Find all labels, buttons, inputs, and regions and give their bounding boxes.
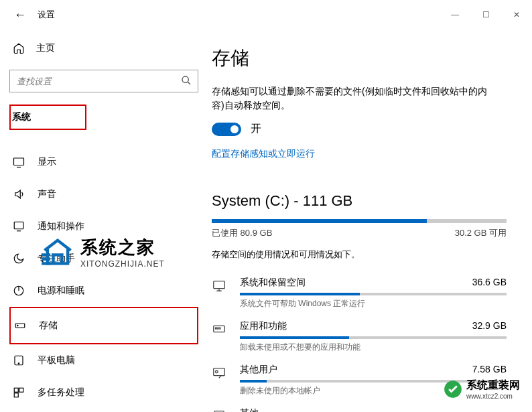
drive-title: System (C:) - 111 GB xyxy=(212,192,512,210)
sidebar-item-sound[interactable]: 声音 xyxy=(0,178,208,210)
configure-storage-sense-link[interactable]: 配置存储感知或立即运行 xyxy=(212,148,512,160)
svg-rect-14 xyxy=(216,328,218,329)
main-content: 存储 存储感知可以通过删除不需要的文件(例如临时文件和回收站中的内容)自动释放空… xyxy=(208,29,532,412)
sidebar-item-display[interactable]: 显示 xyxy=(0,146,208,178)
storage-category-row[interactable]: 其他用户7.58 GB删除未使用的本地帐户 xyxy=(212,358,507,402)
window-title: 设置 xyxy=(38,9,55,21)
svg-point-0 xyxy=(182,76,188,82)
sidebar-item-project[interactable]: 投影到此电脑 xyxy=(0,409,208,412)
category-bar xyxy=(240,380,507,383)
storage-sense-description: 存储感知可以通过删除不需要的文件(例如临时文件和回收站中的内容)自动释放空间。 xyxy=(212,84,493,113)
sidebar-item-label: 平板电脑 xyxy=(38,354,75,366)
category-name: 其他 xyxy=(240,407,259,412)
sidebar-item-multitask[interactable]: 多任务处理 xyxy=(0,376,208,409)
sidebar-section-system: 系统 xyxy=(9,105,86,130)
sidebar-item-focus[interactable]: 专注助手 xyxy=(0,243,208,275)
drive-used-label: 已使用 80.9 GB xyxy=(212,227,272,239)
back-button[interactable]: ← xyxy=(7,1,34,28)
search-input[interactable] xyxy=(9,70,198,92)
sidebar-item-tablet[interactable]: 平板电脑 xyxy=(0,344,208,376)
sidebar-home[interactable]: 主页 xyxy=(0,35,208,62)
drive-breakdown-description: 存储空间的使用情况和可用情况如下。 xyxy=(212,249,512,261)
tablet-icon xyxy=(12,354,25,366)
category-subtitle: 卸载未使用或不想要的应用和功能 xyxy=(240,342,507,353)
drive-usage-fill xyxy=(212,219,427,223)
sidebar-item-label: 多任务处理 xyxy=(38,387,84,399)
focus-icon xyxy=(12,253,25,265)
page-title: 存储 xyxy=(212,46,512,71)
svg-rect-8 xyxy=(14,388,18,392)
drive-free-label: 30.2 GB 可用 xyxy=(455,227,507,239)
svg-rect-10 xyxy=(14,393,18,397)
svg-rect-9 xyxy=(19,388,23,392)
category-subtitle: 删除未使用的本地帐户 xyxy=(240,385,507,397)
multitask-icon xyxy=(12,387,25,399)
storage-sense-toggle[interactable] xyxy=(212,123,241,136)
sound-icon xyxy=(12,188,25,200)
drive-usage-bar xyxy=(212,219,507,223)
svg-rect-2 xyxy=(14,222,23,229)
search-icon xyxy=(181,75,192,86)
display-icon xyxy=(12,156,25,168)
minimize-button[interactable]: — xyxy=(440,4,470,25)
category-size: 36.6 GB xyxy=(472,277,507,289)
sidebar-item-label: 显示 xyxy=(38,156,56,168)
power-icon xyxy=(12,285,25,297)
svg-point-7 xyxy=(18,363,19,364)
sidebar: 主页 系统 显示 声音 通知和操作 专注助手 xyxy=(0,29,208,412)
storage-category-row[interactable]: 应用和功能32.9 GB卸载未使用或不想要的应用和功能 xyxy=(212,315,507,358)
category-name: 应用和功能 xyxy=(240,320,287,332)
category-size: 7.58 GB xyxy=(472,364,507,376)
sidebar-item-power[interactable]: 电源和睡眠 xyxy=(0,275,208,307)
category-icon xyxy=(212,409,228,412)
sidebar-item-label: 声音 xyxy=(38,188,56,200)
category-icon xyxy=(212,278,228,293)
sidebar-item-label: 专注助手 xyxy=(38,253,75,265)
close-button[interactable]: ✕ xyxy=(501,4,532,25)
svg-rect-1 xyxy=(14,158,24,165)
sidebar-item-label: 存储 xyxy=(39,320,58,332)
svg-rect-12 xyxy=(214,281,225,289)
storage-category-row[interactable]: 其他 xyxy=(212,402,507,412)
sidebar-item-storage[interactable]: 存储 xyxy=(9,307,198,344)
toggle-label: 开 xyxy=(251,122,261,136)
svg-point-17 xyxy=(216,370,218,373)
category-icon xyxy=(212,322,228,336)
sidebar-item-label: 电源和睡眠 xyxy=(38,285,84,297)
category-subtitle: 系统文件可帮助 Windows 正常运行 xyxy=(240,298,507,310)
category-name: 其他用户 xyxy=(240,364,277,376)
category-size: 32.9 GB xyxy=(472,320,507,332)
svg-point-5 xyxy=(17,325,19,326)
sidebar-item-notifications[interactable]: 通知和操作 xyxy=(0,210,208,243)
category-bar xyxy=(240,293,507,295)
svg-rect-15 xyxy=(218,328,220,329)
storage-category-row[interactable]: 系统和保留空间36.6 GB系统文件可帮助 Windows 正常运行 xyxy=(212,271,507,315)
notification-icon xyxy=(12,220,25,232)
category-icon xyxy=(212,365,228,380)
sidebar-home-label: 主页 xyxy=(36,42,55,54)
category-bar xyxy=(240,336,507,339)
storage-icon xyxy=(13,320,27,332)
category-name: 系统和保留空间 xyxy=(240,277,306,289)
maximize-button[interactable]: ☐ xyxy=(470,4,501,25)
sidebar-item-label: 通知和操作 xyxy=(38,220,84,232)
home-icon xyxy=(12,42,25,54)
